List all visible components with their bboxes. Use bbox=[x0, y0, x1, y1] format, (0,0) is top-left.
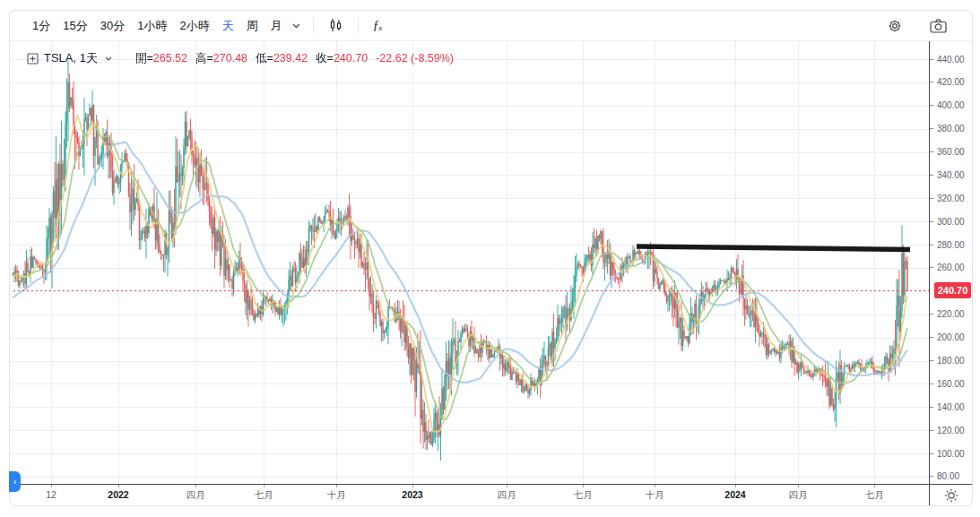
y-axis-label: 140.00 bbox=[930, 401, 965, 412]
x-axis-tick bbox=[507, 485, 507, 487]
x-axis-label: 十月 bbox=[311, 489, 361, 502]
x-axis-label: 四月 bbox=[170, 489, 221, 502]
y-axis-label: 340.00 bbox=[930, 169, 965, 180]
x-axis-tick bbox=[51, 485, 52, 487]
low-value: 低=239.42 bbox=[256, 51, 308, 66]
y-axis-label: 80.00 bbox=[930, 471, 959, 482]
x-axis-tick bbox=[412, 485, 413, 487]
x-axis-label: 四月 bbox=[773, 489, 823, 502]
chart-style-candles-icon[interactable] bbox=[323, 16, 349, 35]
change-value: -22.62 (-8.59%) bbox=[376, 52, 454, 65]
x-axis-label: 12 bbox=[26, 489, 76, 500]
x-axis-tick bbox=[874, 485, 875, 487]
sun-icon[interactable] bbox=[929, 485, 972, 505]
y-axis-label: 200.00 bbox=[930, 332, 965, 343]
price-chart-canvas[interactable] bbox=[10, 41, 929, 484]
symbol-selector[interactable]: TSLA, 1天 bbox=[27, 50, 112, 66]
close-value: 收=240.70 bbox=[316, 51, 368, 66]
high-value: 高=270.48 bbox=[195, 51, 247, 66]
y-axis-label: 260.00 bbox=[930, 263, 965, 273]
x-axis-tick bbox=[798, 485, 799, 487]
x-axis-tick bbox=[583, 485, 584, 487]
interval-1m[interactable]: 1分 bbox=[26, 15, 56, 37]
interval-week[interactable]: 周 bbox=[240, 15, 265, 37]
symbol-title: TSLA, 1天 bbox=[44, 50, 98, 66]
current-price-badge: 240.70 bbox=[934, 282, 971, 298]
x-axis-label: 2023 bbox=[387, 489, 438, 500]
x-axis-label: 2024 bbox=[710, 489, 760, 500]
settings-gear-icon[interactable] bbox=[881, 16, 908, 36]
x-axis-tick bbox=[264, 485, 265, 487]
ohlc-values: 開=265.52 高=270.48 低=239.42 收=240.70 -22.… bbox=[135, 51, 454, 66]
x-axis-tick bbox=[655, 485, 655, 487]
toolbar: 1分 15分 30分 1小時 2小時 天 周 月 ƒₓ bbox=[10, 11, 972, 41]
y-axis-label: 100.00 bbox=[930, 448, 965, 459]
y-axis-label: 440.00 bbox=[930, 54, 965, 65]
x-axis-label: 七月 bbox=[238, 489, 289, 502]
x-axis-label: 七月 bbox=[849, 489, 899, 502]
interval-month[interactable]: 月 bbox=[265, 15, 289, 37]
y-axis-label: 300.00 bbox=[930, 216, 965, 227]
chevron-down-icon bbox=[105, 56, 112, 61]
interval-day[interactable]: 天 bbox=[216, 15, 240, 37]
snapshot-camera-icon[interactable] bbox=[924, 17, 952, 35]
toolbar-separator bbox=[313, 18, 314, 34]
y-axis-label: 120.00 bbox=[930, 425, 965, 435]
x-axis-label: 2022 bbox=[93, 489, 143, 500]
y-axis-label: 420.00 bbox=[930, 77, 965, 88]
x-axis-tick bbox=[336, 485, 337, 487]
x-axis-label: 七月 bbox=[558, 489, 608, 502]
y-axis-label: 220.00 bbox=[930, 309, 965, 320]
y-axis-label: 280.00 bbox=[930, 239, 965, 250]
x-axis-tick bbox=[195, 485, 196, 487]
y-axis-label: 360.00 bbox=[930, 147, 965, 158]
x-axis-tick bbox=[118, 485, 119, 487]
price-scale[interactable]: 240.70 440.00420.00400.00380.00360.00340… bbox=[929, 41, 972, 484]
y-axis-label: 380.00 bbox=[930, 124, 965, 134]
x-axis-label: 十月 bbox=[629, 489, 680, 502]
symbol-legend: TSLA, 1天 開=265.52 高=270.48 低=239.42 收=24… bbox=[27, 50, 454, 66]
open-value: 開=265.52 bbox=[135, 51, 187, 66]
time-axis-labels[interactable]: 122022四月七月十月2023四月七月十月2024四月七月 bbox=[10, 485, 929, 505]
chart-panel: 1分 15分 30分 1小時 2小時 天 周 月 ƒₓ bbox=[9, 10, 973, 506]
interval-2h[interactable]: 2小時 bbox=[173, 15, 215, 37]
x-axis-tick bbox=[735, 485, 736, 487]
chart-area[interactable]: TSLA, 1天 開=265.52 高=270.48 低=239.42 收=24… bbox=[10, 41, 929, 484]
interval-30m[interactable]: 30分 bbox=[94, 15, 131, 37]
time-axis: 122022四月七月十月2023四月七月十月2024四月七月 bbox=[10, 484, 972, 505]
panel-expand-tab[interactable]: › bbox=[9, 471, 21, 492]
y-axis-label: 180.00 bbox=[930, 356, 965, 366]
plus-box-icon bbox=[27, 53, 39, 65]
x-axis-label: 四月 bbox=[481, 489, 532, 502]
y-axis-label: 400.00 bbox=[930, 100, 965, 111]
indicators-fx-button[interactable]: ƒₓ bbox=[368, 17, 388, 35]
interval-15m[interactable]: 15分 bbox=[56, 15, 93, 37]
interval-menu-chevron-icon[interactable] bbox=[292, 23, 300, 29]
chart-main: TSLA, 1天 開=265.52 高=270.48 低=239.42 收=24… bbox=[10, 41, 972, 484]
y-axis-label: 160.00 bbox=[930, 378, 965, 389]
interval-1h[interactable]: 1小時 bbox=[131, 15, 173, 37]
toolbar-separator bbox=[358, 18, 359, 34]
y-axis-label: 320.00 bbox=[930, 193, 965, 203]
